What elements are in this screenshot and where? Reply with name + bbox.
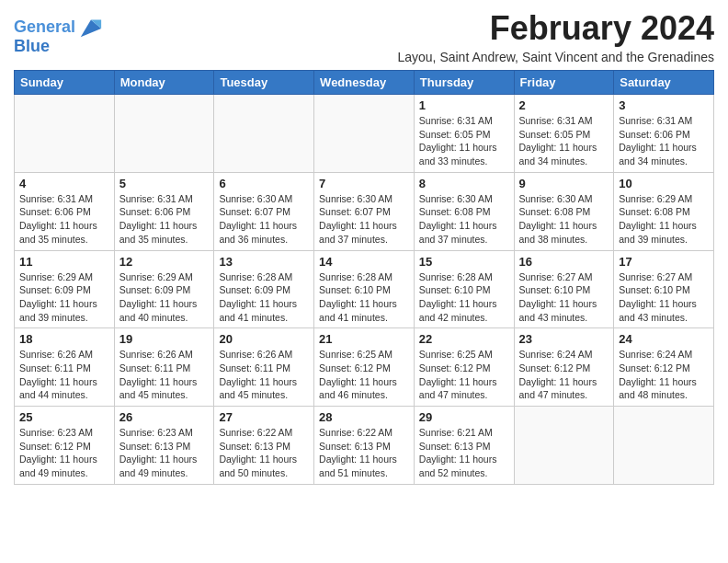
- day-info: Sunrise: 6:31 AM Sunset: 6:06 PM Dayligh…: [119, 192, 210, 247]
- day-cell: [114, 95, 214, 173]
- day-cell: 5Sunrise: 6:31 AM Sunset: 6:06 PM Daylig…: [114, 172, 214, 250]
- month-title: February 2024: [397, 9, 714, 48]
- day-number: 28: [319, 410, 409, 424]
- col-header-saturday: Saturday: [614, 71, 714, 95]
- day-info: Sunrise: 6:28 AM Sunset: 6:10 PM Dayligh…: [419, 270, 509, 325]
- day-cell: 6Sunrise: 6:30 AM Sunset: 6:07 PM Daylig…: [214, 172, 314, 250]
- day-cell: 12Sunrise: 6:29 AM Sunset: 6:09 PM Dayli…: [114, 250, 214, 328]
- day-cell: 4Sunrise: 6:31 AM Sunset: 6:06 PM Daylig…: [15, 172, 115, 250]
- day-info: Sunrise: 6:23 AM Sunset: 6:13 PM Dayligh…: [119, 426, 210, 480]
- day-cell: 25Sunrise: 6:23 AM Sunset: 6:12 PM Dayli…: [15, 407, 115, 485]
- day-info: Sunrise: 6:29 AM Sunset: 6:09 PM Dayligh…: [119, 270, 210, 325]
- day-number: 21: [319, 332, 409, 346]
- day-number: 19: [119, 332, 210, 346]
- day-info: Sunrise: 6:30 AM Sunset: 6:07 PM Dayligh…: [319, 192, 409, 247]
- day-cell: 1Sunrise: 6:31 AM Sunset: 6:05 PM Daylig…: [414, 95, 514, 173]
- day-cell: 3Sunrise: 6:31 AM Sunset: 6:06 PM Daylig…: [614, 95, 714, 173]
- day-info: Sunrise: 6:29 AM Sunset: 6:08 PM Dayligh…: [619, 192, 709, 247]
- day-info: Sunrise: 6:22 AM Sunset: 6:13 PM Dayligh…: [219, 426, 309, 480]
- day-info: Sunrise: 6:24 AM Sunset: 6:12 PM Dayligh…: [519, 348, 609, 402]
- day-cell: 14Sunrise: 6:28 AM Sunset: 6:10 PM Dayli…: [314, 250, 415, 328]
- col-header-monday: Monday: [114, 71, 214, 95]
- day-number: 13: [219, 255, 309, 269]
- day-cell: 17Sunrise: 6:27 AM Sunset: 6:10 PM Dayli…: [614, 250, 714, 328]
- day-info: Sunrise: 6:21 AM Sunset: 6:13 PM Dayligh…: [419, 426, 509, 480]
- day-cell: 11Sunrise: 6:29 AM Sunset: 6:09 PM Dayli…: [15, 250, 115, 328]
- day-cell: 23Sunrise: 6:24 AM Sunset: 6:12 PM Dayli…: [514, 328, 614, 407]
- day-number: 8: [419, 177, 509, 190]
- header: General Blue February 2024 Layou, Saint …: [14, 9, 714, 64]
- day-cell: 20Sunrise: 6:26 AM Sunset: 6:11 PM Dayli…: [214, 328, 314, 407]
- week-row-3: 18Sunrise: 6:26 AM Sunset: 6:11 PM Dayli…: [15, 328, 714, 407]
- day-number: 16: [519, 255, 609, 269]
- day-number: 14: [319, 255, 409, 269]
- day-cell: [214, 95, 314, 173]
- logo-icon: [77, 15, 103, 40]
- day-cell: 26Sunrise: 6:23 AM Sunset: 6:13 PM Dayli…: [114, 407, 214, 485]
- title-block: February 2024 Layou, Saint Andrew, Saint…: [397, 9, 714, 64]
- day-number: 2: [519, 98, 609, 112]
- day-cell: 10Sunrise: 6:29 AM Sunset: 6:08 PM Dayli…: [614, 172, 714, 250]
- day-info: Sunrise: 6:25 AM Sunset: 6:12 PM Dayligh…: [319, 348, 409, 402]
- calendar: SundayMondayTuesdayWednesdayThursdayFrid…: [14, 70, 714, 485]
- day-number: 9: [519, 177, 609, 190]
- day-cell: [15, 95, 115, 173]
- day-number: 15: [419, 255, 509, 269]
- day-cell: 13Sunrise: 6:28 AM Sunset: 6:09 PM Dayli…: [214, 250, 314, 328]
- day-cell: 27Sunrise: 6:22 AM Sunset: 6:13 PM Dayli…: [214, 407, 314, 485]
- day-info: Sunrise: 6:27 AM Sunset: 6:10 PM Dayligh…: [619, 270, 709, 325]
- logo-text: General: [14, 18, 75, 37]
- day-cell: 21Sunrise: 6:25 AM Sunset: 6:12 PM Dayli…: [314, 328, 415, 407]
- day-number: 5: [119, 177, 210, 190]
- day-number: 25: [19, 410, 109, 424]
- day-number: 12: [119, 255, 210, 269]
- day-cell: 29Sunrise: 6:21 AM Sunset: 6:13 PM Dayli…: [414, 407, 514, 485]
- day-number: 11: [19, 255, 109, 269]
- day-info: Sunrise: 6:31 AM Sunset: 6:06 PM Dayligh…: [619, 114, 709, 168]
- week-row-0: 1Sunrise: 6:31 AM Sunset: 6:05 PM Daylig…: [15, 95, 714, 173]
- day-number: 7: [319, 177, 409, 190]
- day-number: 20: [219, 332, 309, 346]
- day-number: 26: [119, 410, 210, 424]
- day-cell: 22Sunrise: 6:25 AM Sunset: 6:12 PM Dayli…: [414, 328, 514, 407]
- day-cell: [314, 95, 415, 173]
- day-info: Sunrise: 6:31 AM Sunset: 6:05 PM Dayligh…: [419, 114, 509, 168]
- day-cell: 2Sunrise: 6:31 AM Sunset: 6:05 PM Daylig…: [514, 95, 614, 173]
- day-cell: 15Sunrise: 6:28 AM Sunset: 6:10 PM Dayli…: [414, 250, 514, 328]
- day-cell: 28Sunrise: 6:22 AM Sunset: 6:13 PM Dayli…: [314, 407, 415, 485]
- week-row-1: 4Sunrise: 6:31 AM Sunset: 6:06 PM Daylig…: [15, 172, 714, 250]
- day-number: 6: [219, 177, 309, 190]
- day-number: 22: [419, 332, 509, 346]
- subtitle: Layou, Saint Andrew, Saint Vincent and t…: [397, 50, 714, 64]
- day-cell: [614, 407, 714, 485]
- col-header-thursday: Thursday: [414, 71, 514, 95]
- header-row: SundayMondayTuesdayWednesdayThursdayFrid…: [15, 71, 714, 95]
- day-info: Sunrise: 6:26 AM Sunset: 6:11 PM Dayligh…: [119, 348, 210, 402]
- day-cell: 16Sunrise: 6:27 AM Sunset: 6:10 PM Dayli…: [514, 250, 614, 328]
- day-info: Sunrise: 6:30 AM Sunset: 6:08 PM Dayligh…: [519, 192, 609, 247]
- day-info: Sunrise: 6:26 AM Sunset: 6:11 PM Dayligh…: [19, 348, 109, 402]
- day-number: 27: [219, 410, 309, 424]
- day-number: 3: [619, 98, 709, 112]
- day-info: Sunrise: 6:29 AM Sunset: 6:09 PM Dayligh…: [19, 270, 109, 325]
- col-header-sunday: Sunday: [15, 71, 115, 95]
- day-number: 23: [519, 332, 609, 346]
- day-number: 18: [19, 332, 109, 346]
- day-cell: 18Sunrise: 6:26 AM Sunset: 6:11 PM Dayli…: [15, 328, 115, 407]
- col-header-friday: Friday: [514, 71, 614, 95]
- day-cell: [514, 407, 614, 485]
- logo: General Blue: [14, 15, 103, 56]
- day-info: Sunrise: 6:31 AM Sunset: 6:05 PM Dayligh…: [519, 114, 609, 168]
- day-number: 17: [619, 255, 709, 269]
- day-info: Sunrise: 6:30 AM Sunset: 6:08 PM Dayligh…: [419, 192, 509, 247]
- day-number: 24: [619, 332, 709, 346]
- day-info: Sunrise: 6:28 AM Sunset: 6:10 PM Dayligh…: [319, 270, 409, 325]
- day-cell: 8Sunrise: 6:30 AM Sunset: 6:08 PM Daylig…: [414, 172, 514, 250]
- col-header-wednesday: Wednesday: [314, 71, 415, 95]
- day-cell: 7Sunrise: 6:30 AM Sunset: 6:07 PM Daylig…: [314, 172, 415, 250]
- day-info: Sunrise: 6:30 AM Sunset: 6:07 PM Dayligh…: [219, 192, 309, 247]
- day-number: 1: [419, 98, 509, 112]
- day-info: Sunrise: 6:22 AM Sunset: 6:13 PM Dayligh…: [319, 426, 409, 480]
- day-info: Sunrise: 6:31 AM Sunset: 6:06 PM Dayligh…: [19, 192, 109, 247]
- day-info: Sunrise: 6:23 AM Sunset: 6:12 PM Dayligh…: [19, 426, 109, 480]
